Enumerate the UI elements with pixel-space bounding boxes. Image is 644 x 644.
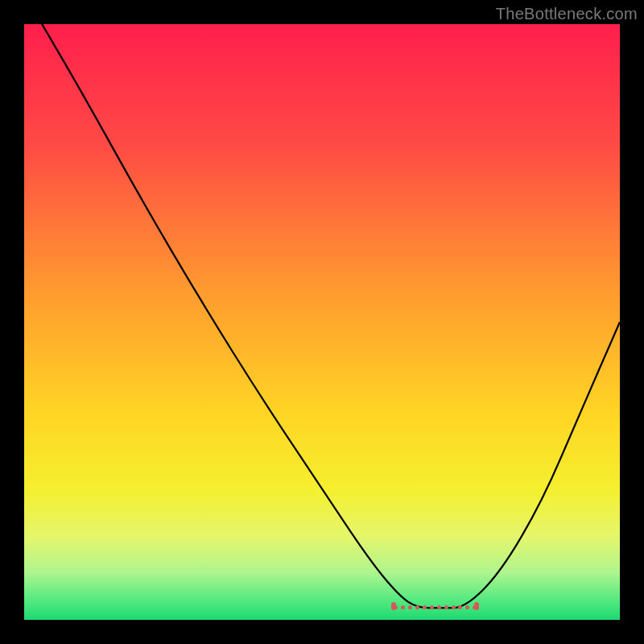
watermark-text: TheBottleneck.com [496,5,638,23]
svg-rect-0 [24,24,620,620]
chart-background-gradient [24,24,620,620]
chart-area [24,24,620,620]
